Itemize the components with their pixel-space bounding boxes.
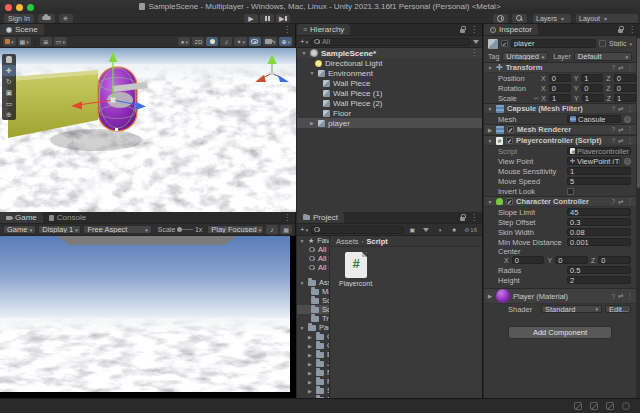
hidden-packages-toggle[interactable]: ⊘16 [462, 225, 479, 234]
rotation-x-field[interactable]: 0 [549, 84, 571, 93]
tab-project[interactable]: Project [297, 212, 344, 223]
stats-button[interactable]: ▦ [280, 225, 292, 234]
layer-dropdown[interactable]: Default [574, 52, 632, 61]
lock-icon[interactable] [460, 29, 465, 33]
scale-z-field[interactable]: 1 [614, 94, 636, 103]
muted-warning-icon[interactable] [590, 402, 598, 410]
favorites-header[interactable]: ▼★ Favorites [297, 236, 329, 245]
presets-icon[interactable]: ⇄ [618, 64, 623, 72]
foldout-icon[interactable]: ▼ [301, 50, 307, 56]
active-checkbox[interactable]: ✓ [501, 40, 508, 47]
skin-width-field[interactable]: 0.08 [567, 228, 631, 237]
presets-icon[interactable]: ⇄ [618, 198, 623, 206]
transform-header[interactable]: ▼ ✛ Transform ? ⇄ ⋮ [484, 62, 636, 73]
presets-icon[interactable]: ⇄ [618, 105, 623, 113]
center-z-field[interactable]: 0 [598, 256, 631, 265]
pause-button[interactable] [260, 14, 274, 23]
tree-row[interactable]: Wall Piece [297, 78, 482, 88]
rotation-z-field[interactable]: 0 [614, 84, 636, 93]
tree-row[interactable]: Floor [297, 108, 482, 118]
layers-dropdown[interactable]: Layers [533, 14, 571, 23]
static-checkbox[interactable] [599, 40, 606, 47]
sign-in-button[interactable]: Sign In [4, 14, 34, 23]
draw-mode-dropdown[interactable]: ▾ [3, 37, 16, 46]
muted-log-icon[interactable] [574, 402, 582, 410]
scale-slider[interactable] [177, 229, 193, 230]
foldout-icon[interactable]: ▶ [487, 293, 493, 299]
packages-root-folder[interactable]: ▼ Packages [297, 323, 329, 332]
lock-icon[interactable] [618, 29, 623, 33]
name-field[interactable]: player [511, 39, 596, 48]
global-search-button[interactable] [512, 14, 527, 23]
close-window-button[interactable] [5, 4, 12, 11]
add-component-button[interactable]: Add Component [508, 326, 612, 339]
mesh-renderer-header[interactable]: ▶ ✓ Mesh Renderer ? ⇄ ⋮ [484, 124, 636, 135]
game-view-dropdown[interactable]: Game [3, 225, 36, 234]
asset-folder-selected[interactable]: Script [297, 305, 329, 314]
help-icon[interactable]: ? [611, 198, 615, 205]
height-field[interactable]: 2 [567, 276, 631, 285]
game-viewport[interactable] [0, 236, 296, 398]
asset-folder[interactable]: Tr [297, 314, 329, 323]
lighting-toggle-button[interactable] [206, 37, 218, 46]
play-button[interactable]: ▶ [244, 14, 258, 23]
favorite-item[interactable]: All Prefabs [297, 263, 329, 272]
invert-look-checkbox[interactable] [567, 188, 574, 195]
tree-row[interactable]: Directional Light [297, 58, 482, 68]
inspector-scrollbar[interactable] [636, 36, 640, 398]
cloud-services-button[interactable] [38, 14, 55, 23]
play-focused-dropdown[interactable]: Play Focused [207, 225, 264, 234]
step-button[interactable]: ▶ [276, 14, 290, 23]
search-by-type-icon[interactable] [420, 225, 432, 234]
kebab-menu-icon[interactable]: ⋮ [628, 26, 636, 34]
collab-button[interactable]: ✳ [59, 14, 73, 23]
mesh-field[interactable]: Capsule [567, 115, 621, 124]
kebab-menu-icon[interactable]: ⋮ [283, 214, 291, 222]
radius-field[interactable]: 0.5 [567, 266, 631, 275]
help-icon[interactable]: ? [611, 137, 615, 144]
presets-icon[interactable]: ⇄ [618, 126, 623, 134]
effects-dropdown[interactable]: ✦▾ [234, 37, 247, 46]
mute-audio-button[interactable]: ♪ [266, 225, 278, 234]
scene-viewport[interactable]: ✚ ↻ ▣ ▭ ⊕ [0, 48, 296, 212]
muted-error-icon[interactable] [606, 402, 614, 410]
favorite-item[interactable]: All Models [297, 254, 329, 263]
tab-console[interactable]: Console [43, 212, 92, 223]
shader-dropdown[interactable]: Standard [541, 305, 602, 314]
create-asset-button[interactable]: + [300, 225, 308, 234]
slope-limit-field[interactable]: 45 [567, 208, 631, 217]
breadcrumb-root[interactable]: Assets [336, 237, 359, 246]
layout-dropdown[interactable]: Layout [576, 14, 638, 23]
rotate-tool[interactable]: ↻ [2, 76, 16, 87]
mesh-renderer-checkbox[interactable]: ✓ [507, 126, 514, 133]
package-folder[interactable]: ▶N [297, 368, 329, 377]
package-folder[interactable]: ▶E [297, 350, 329, 359]
kebab-menu-icon[interactable]: ⋮ [627, 137, 634, 145]
kebab-menu-icon[interactable]: ⋮ [283, 26, 291, 34]
minimize-window-button[interactable] [16, 4, 23, 11]
lock-icon[interactable] [460, 217, 465, 221]
asset-folder[interactable]: Scenes [297, 296, 329, 305]
package-folder[interactable]: ▶C [297, 341, 329, 350]
create-object-button[interactable]: + [300, 37, 308, 46]
help-icon[interactable]: ? [611, 64, 615, 71]
playercontroller-checkbox[interactable]: ✓ [506, 137, 513, 144]
tab-hierarchy[interactable]: ≡ Hierarchy [297, 24, 350, 35]
display-dropdown[interactable]: Display 1 [38, 225, 81, 234]
help-icon[interactable]: ? [611, 126, 615, 133]
snap-settings-dropdown[interactable]: ▭▾ [54, 37, 67, 46]
scale-y-field[interactable]: 1 [582, 94, 604, 103]
filter-icon[interactable] [473, 40, 479, 44]
shading-dropdown[interactable]: ●▾ [178, 37, 190, 46]
2d-toggle-button[interactable]: 2D [192, 37, 204, 46]
min-move-distance-field[interactable]: 0.001 [567, 238, 631, 247]
scale-tool[interactable]: ▣ [2, 87, 16, 98]
help-icon[interactable]: ? [611, 293, 615, 300]
presets-icon[interactable]: ⇄ [618, 137, 623, 145]
favorites-star-icon[interactable]: ★ [448, 225, 460, 234]
tree-row[interactable]: ▼ Environment [297, 68, 482, 78]
snap-toggle-button[interactable]: ⊞ [40, 37, 52, 46]
position-y-field[interactable]: 1 [581, 74, 603, 83]
mesh-filter-header[interactable]: ▼ Capsule (Mesh Filter) ? ⇄ ⋮ [484, 103, 636, 114]
asset-playercontroller[interactable]: Playercont... [341, 252, 371, 287]
